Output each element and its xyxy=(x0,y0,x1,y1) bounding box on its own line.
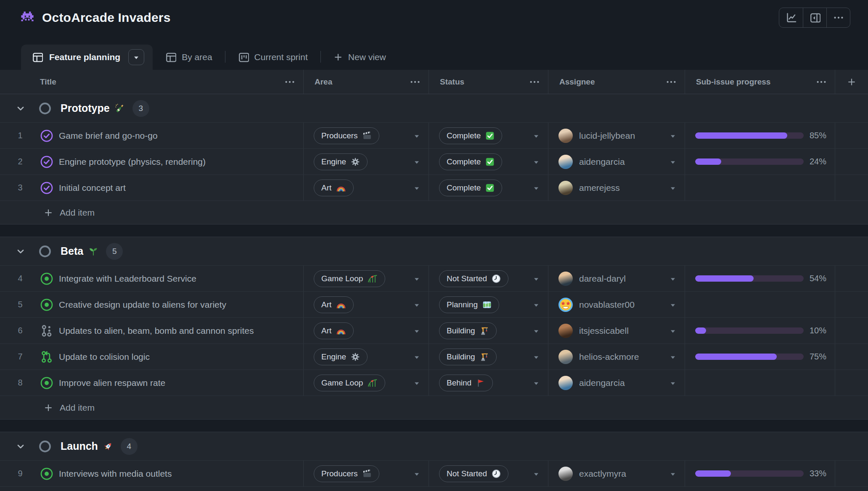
column-menu-icon[interactable] xyxy=(816,77,826,87)
cell-dropdown-caret[interactable] xyxy=(670,327,676,334)
add-item-button[interactable]: Add item xyxy=(0,201,868,224)
cell-dropdown-caret[interactable] xyxy=(533,380,540,386)
cell-dropdown-caret[interactable] xyxy=(533,132,540,139)
project-menu-button[interactable] xyxy=(826,8,850,27)
status-chip[interactable]: Building xyxy=(439,322,497,339)
area-chip[interactable]: Art xyxy=(314,180,354,196)
add-item-button[interactable]: Add item xyxy=(0,487,868,491)
cell-dropdown-caret[interactable] xyxy=(413,275,420,282)
column-header-status[interactable]: Status xyxy=(429,70,548,94)
area-cell[interactable]: Art xyxy=(304,318,429,343)
assignee-cell[interactable]: aidengarcia xyxy=(548,370,685,396)
issue-title[interactable]: Initial concept art xyxy=(59,183,126,193)
title-cell[interactable]: 1 Game brief and go-no-go xyxy=(0,123,304,148)
assignee[interactable]: helios-ackmore xyxy=(558,350,639,364)
new-view-button[interactable]: New view xyxy=(321,45,399,70)
area-cell[interactable]: Art xyxy=(304,175,429,201)
column-header-title[interactable]: Title xyxy=(0,70,304,94)
area-chip[interactable]: Art xyxy=(314,322,354,339)
status-chip[interactable]: Behind xyxy=(439,375,493,391)
assignee-cell[interactable]: itsjessicabell xyxy=(548,318,685,343)
column-menu-icon[interactable] xyxy=(410,77,420,87)
column-header-area[interactable]: Area xyxy=(304,70,429,94)
area-chip[interactable]: Art xyxy=(314,296,354,313)
area-cell[interactable]: Engine xyxy=(304,149,429,174)
area-chip[interactable]: Producers xyxy=(314,127,379,144)
column-header-sub-issue-progress[interactable]: Sub-issue progress xyxy=(685,70,835,94)
side-panel-button[interactable] xyxy=(803,8,826,27)
cell-dropdown-caret[interactable] xyxy=(533,301,540,308)
cell-dropdown-caret[interactable] xyxy=(413,470,420,477)
status-cell[interactable]: Building xyxy=(429,318,548,343)
title-cell[interactable]: 8 Improve alien respawn rate xyxy=(0,370,304,396)
status-cell[interactable]: Behind xyxy=(429,370,548,396)
title-cell[interactable]: 5 Creative design update to aliens for v… xyxy=(0,292,304,317)
status-cell[interactable]: Planning xyxy=(429,292,548,317)
assignee[interactable]: dareal-daryl xyxy=(558,272,626,286)
status-chip[interactable]: Planning xyxy=(439,296,499,313)
group-collapse-chevron-icon[interactable] xyxy=(16,442,25,451)
view-options-button[interactable] xyxy=(128,49,144,65)
status-cell[interactable]: Building xyxy=(429,344,548,370)
tab-current-sprint[interactable]: Current sprint xyxy=(225,45,320,70)
cell-dropdown-caret[interactable] xyxy=(533,470,540,477)
status-chip[interactable]: Complete xyxy=(439,127,502,144)
area-cell[interactable]: Game Loop xyxy=(304,266,429,291)
status-cell[interactable]: Complete xyxy=(429,175,548,201)
status-chip[interactable]: Building xyxy=(439,348,497,365)
cell-dropdown-caret[interactable] xyxy=(533,327,540,334)
cell-dropdown-caret[interactable] xyxy=(670,470,676,477)
assignee-cell[interactable]: aidengarcia xyxy=(548,149,685,174)
assignee-cell[interactable]: helios-ackmore xyxy=(548,344,685,370)
group-collapse-chevron-icon[interactable] xyxy=(16,247,25,256)
cell-dropdown-caret[interactable] xyxy=(413,354,420,360)
issue-title[interactable]: Engine prototype (physics, rendering) xyxy=(59,157,206,167)
area-cell[interactable]: Engine xyxy=(304,344,429,370)
assignee-cell[interactable]: amerejess xyxy=(548,175,685,201)
status-chip[interactable]: Complete xyxy=(439,153,502,170)
status-cell[interactable]: Complete xyxy=(429,123,548,148)
status-chip[interactable]: Complete xyxy=(439,180,502,196)
column-menu-icon[interactable] xyxy=(529,77,540,87)
column-menu-icon[interactable] xyxy=(666,77,676,87)
group-collapse-chevron-icon[interactable] xyxy=(16,104,25,113)
cell-dropdown-caret[interactable] xyxy=(670,380,676,386)
assignee[interactable]: exactlymyra xyxy=(558,467,626,481)
column-menu-icon[interactable] xyxy=(285,77,295,87)
assignee-cell[interactable]: dareal-daryl xyxy=(548,266,685,291)
issue-title[interactable]: Updates to alien, beam, bomb and cannon … xyxy=(59,326,254,336)
issue-title[interactable]: Interviews with media outlets xyxy=(59,469,172,479)
status-chip[interactable]: Not Started xyxy=(439,465,508,482)
area-chip[interactable]: Producers xyxy=(314,465,379,482)
cell-dropdown-caret[interactable] xyxy=(670,275,676,282)
cell-dropdown-caret[interactable] xyxy=(533,275,540,282)
area-chip[interactable]: Engine xyxy=(314,153,368,170)
title-cell[interactable]: 2 Engine prototype (physics, rendering) xyxy=(0,149,304,174)
assignee[interactable]: aidengarcia xyxy=(558,155,625,169)
cell-dropdown-caret[interactable] xyxy=(670,132,676,139)
title-cell[interactable]: 4 Integrate with Leaderboard Service xyxy=(0,266,304,291)
title-cell[interactable]: 6 Updates to alien, beam, bomb and canno… xyxy=(0,318,304,343)
add-item-button[interactable]: Add item xyxy=(0,396,868,420)
cell-dropdown-caret[interactable] xyxy=(670,158,676,165)
cell-dropdown-caret[interactable] xyxy=(670,301,676,308)
title-cell[interactable]: 9 Interviews with media outlets xyxy=(0,461,304,486)
cell-dropdown-caret[interactable] xyxy=(413,301,420,308)
tab-feature-planning[interactable]: Feature planning xyxy=(21,45,153,70)
cell-dropdown-caret[interactable] xyxy=(533,354,540,360)
area-cell[interactable]: Game Loop xyxy=(304,370,429,396)
column-header-assignee[interactable]: Assignee xyxy=(548,70,685,94)
title-cell[interactable]: 3 Initial concept art xyxy=(0,175,304,201)
add-column-button[interactable] xyxy=(835,70,868,94)
assignee[interactable]: lucid-jellybean xyxy=(558,129,635,143)
insights-button[interactable] xyxy=(779,8,803,27)
status-cell[interactable]: Complete xyxy=(429,149,548,174)
issue-title[interactable]: Improve alien respawn rate xyxy=(59,378,165,388)
assignee-cell[interactable]: novablaster00 xyxy=(548,292,685,317)
area-chip[interactable]: Game Loop xyxy=(314,270,385,287)
cell-dropdown-caret[interactable] xyxy=(533,158,540,165)
issue-title[interactable]: Game brief and go-no-go xyxy=(59,131,158,141)
title-cell[interactable]: 7 Update to colision logic xyxy=(0,344,304,370)
assignee[interactable]: amerejess xyxy=(558,181,620,195)
cell-dropdown-caret[interactable] xyxy=(413,380,420,386)
